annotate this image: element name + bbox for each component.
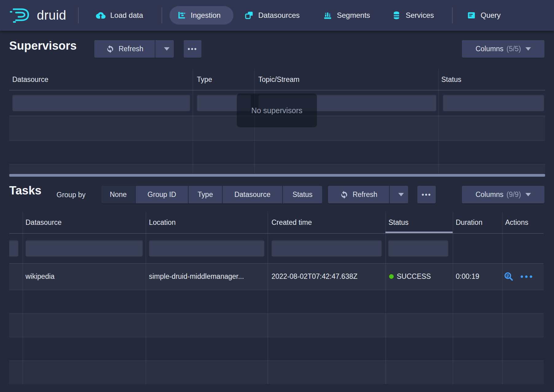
table-row xyxy=(9,337,544,361)
tasks-refresh-button[interactable]: Refresh xyxy=(328,186,389,203)
group-by-status-button[interactable]: Status xyxy=(282,186,322,203)
table-row xyxy=(9,140,545,165)
columns-label: Columns xyxy=(475,45,503,53)
stacked-squares-icon xyxy=(244,11,254,20)
chevron-down-icon xyxy=(525,193,531,196)
task-actions-menu-icon[interactable]: ●●● xyxy=(520,273,534,280)
table-row xyxy=(9,313,544,337)
status-filter-input[interactable] xyxy=(388,240,448,256)
header-created-time[interactable]: Created time xyxy=(271,212,312,233)
success-status-dot-icon xyxy=(389,274,394,279)
table-row xyxy=(9,290,544,314)
cell-duration: 0:00:19 xyxy=(456,263,479,290)
table-row xyxy=(9,360,544,384)
group-by-none-button[interactable]: None xyxy=(101,186,135,203)
supervisors-table-header: Datasource Type Topic/Stream Status xyxy=(9,69,545,90)
location-filter-input[interactable] xyxy=(149,240,264,256)
tasks-more-button[interactable]: ••• xyxy=(417,186,436,203)
druid-logo[interactable]: druid xyxy=(9,6,66,25)
brand-name: druid xyxy=(37,8,66,23)
chevron-down-icon xyxy=(164,47,170,51)
header-datasource[interactable]: Datasource xyxy=(12,69,49,90)
cell-datasource: wikipedia xyxy=(25,263,55,290)
created-time-filter-input[interactable] xyxy=(271,240,382,256)
header-type[interactable]: Type xyxy=(197,69,212,90)
columns-count: (9/9) xyxy=(506,190,521,199)
group-by-type-button[interactable]: Type xyxy=(188,186,222,203)
table-row xyxy=(9,164,545,173)
tasks-table: Datasource Location Created time Status … xyxy=(9,212,544,384)
tasks-table-header: Datasource Location Created time Status … xyxy=(9,212,544,234)
nav-divider xyxy=(452,7,453,23)
header-datasource[interactable]: Datasource xyxy=(25,212,62,233)
nav-item-label: Query xyxy=(481,11,501,20)
inspect-task-icon[interactable] xyxy=(504,271,513,281)
supervisors-more-button[interactable]: ••• xyxy=(184,40,201,58)
nav-item-services[interactable]: Services xyxy=(384,6,441,25)
more-icon: ••• xyxy=(422,191,431,199)
supervisors-columns-button[interactable]: Columns (5/5) xyxy=(462,40,544,58)
nav-item-query[interactable]: Query xyxy=(459,6,508,25)
nav-item-label: Ingestion xyxy=(191,11,220,20)
header-duration[interactable]: Duration xyxy=(456,212,482,233)
tasks-refresh-dropdown-button[interactable] xyxy=(389,186,408,203)
query-app-icon xyxy=(467,11,476,20)
nav-item-datasources[interactable]: Datasources xyxy=(237,6,307,25)
gantt-chart-icon xyxy=(177,11,186,20)
nav-item-label: Services xyxy=(406,11,434,20)
no-supervisors-message: No supervisors xyxy=(237,94,317,127)
tasks-columns-button[interactable]: Columns (9/9) xyxy=(462,186,544,203)
columns-label: Columns xyxy=(475,190,503,199)
supervisors-table: Datasource Type Topic/Stream Status No s… xyxy=(9,69,545,173)
supervisors-title: Supervisors xyxy=(9,39,77,52)
bar-chart-icon xyxy=(323,11,332,20)
datasource-filter-input[interactable] xyxy=(25,240,143,256)
nav-divider xyxy=(78,7,79,23)
druid-logo-icon xyxy=(9,7,33,24)
refresh-icon xyxy=(106,45,114,53)
cloud-upload-icon xyxy=(96,10,106,20)
nav-item-load-data[interactable]: Load data xyxy=(88,6,150,25)
refresh-label: Refresh xyxy=(119,45,143,53)
header-status-sorted[interactable]: Status xyxy=(388,212,408,233)
chevron-down-icon xyxy=(525,47,531,51)
index-filter-input[interactable] xyxy=(9,240,18,256)
nav-item-label: Segments xyxy=(337,11,370,20)
tasks-refresh-split-button: Refresh xyxy=(328,186,408,203)
refresh-icon xyxy=(340,190,348,199)
cell-created-time: 2022-08-02T07:42:47.638Z xyxy=(271,263,357,290)
supervisors-refresh-dropdown-button[interactable] xyxy=(155,40,174,58)
header-actions[interactable]: Actions xyxy=(505,212,528,233)
supervisors-refresh-split-button: Refresh xyxy=(94,40,174,58)
task-row-wikipedia[interactable]: wikipedia simple-druid-middlemanager... … xyxy=(9,263,544,290)
group-by-button-group: None Group ID Type Datasource Status xyxy=(101,186,322,203)
header-topic-stream[interactable]: Topic/Stream xyxy=(258,69,299,90)
nav-divider xyxy=(162,7,162,23)
status-text: SUCCESS xyxy=(397,272,431,281)
nav-item-segments[interactable]: Segments xyxy=(316,6,377,25)
status-filter-input[interactable] xyxy=(443,94,544,111)
cell-location: simple-druid-middlemanager... xyxy=(149,263,244,290)
header-location[interactable]: Location xyxy=(149,212,176,233)
database-icon xyxy=(392,11,401,20)
nav-item-label: Datasources xyxy=(258,11,300,20)
chevron-down-icon xyxy=(398,193,404,196)
supervisors-refresh-button[interactable]: Refresh xyxy=(94,40,155,58)
cell-status: SUCCESS xyxy=(389,263,431,290)
group-by-group-id-button[interactable]: Group ID xyxy=(135,186,188,203)
tasks-filter-row xyxy=(9,233,544,264)
navbar: druid Load data Ingestio xyxy=(0,0,554,31)
group-by-label: Group by xyxy=(57,191,86,199)
columns-count: (5/5) xyxy=(506,45,521,53)
more-icon: ••• xyxy=(188,45,197,53)
nav-item-label: Load data xyxy=(110,11,143,20)
group-by-datasource-button[interactable]: Datasource xyxy=(222,186,282,203)
nav-item-ingestion[interactable]: Ingestion xyxy=(170,6,233,25)
tasks-title: Tasks xyxy=(9,184,41,197)
refresh-label: Refresh xyxy=(353,190,377,199)
cell-actions: ●●● xyxy=(504,263,534,290)
header-status[interactable]: Status xyxy=(441,69,461,90)
datasource-filter-input[interactable] xyxy=(12,94,190,111)
panel-resize-handle[interactable] xyxy=(9,174,545,177)
